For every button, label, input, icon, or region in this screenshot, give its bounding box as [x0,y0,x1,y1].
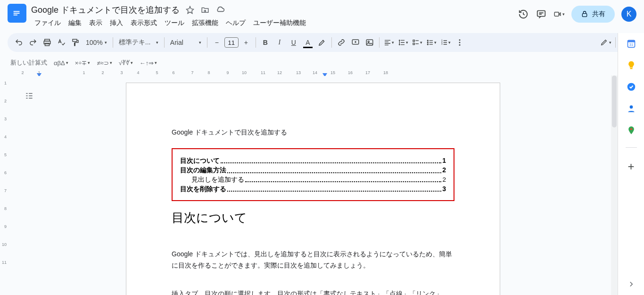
zoom-select[interactable]: 100%▾ [83,39,110,46]
body-paragraph-1: Google ドキュメントでは、見出しを追加すると目次に表示されるようになってい… [172,249,454,271]
star-icon[interactable] [185,5,195,15]
toc-row[interactable]: 目次を削除する3 [180,184,446,194]
svg-point-17 [427,44,428,45]
insert-comment-button[interactable] [349,36,362,49]
font-select[interactable]: Arial▾ [167,39,204,46]
text-color-button[interactable]: A [301,36,314,49]
comments-icon[interactable] [536,8,547,20]
more-options-button[interactable] [453,36,466,49]
svg-rect-3 [537,11,545,17]
toc-label: 目次の編集方法 [180,165,226,175]
document-page[interactable]: Google ドキュメントで目次を追加する 目次について1目次の編集方法2見出し… [126,83,500,295]
page-title-text: Google ドキュメントで目次を追加する [172,128,454,137]
docs-product-icon[interactable] [8,4,26,23]
account-avatar[interactable]: K [621,7,636,22]
svg-rect-4 [554,12,559,17]
tasks-app-icon[interactable] [627,82,636,92]
svg-point-16 [427,42,428,43]
eq-arrows-button[interactable]: ←↑⇒ ▾ [140,59,157,67]
underline-button[interactable]: U [287,36,300,49]
menu-view[interactable]: 表示 [86,17,106,29]
eq-greek-button[interactable]: αβΔ ▾ [54,59,68,67]
svg-rect-13 [413,40,414,42]
meet-icon[interactable]: ▾ [553,8,565,20]
menu-file[interactable]: ファイル [31,17,64,29]
align-button[interactable]: ▾ [382,36,396,49]
menu-insert[interactable]: 挿入 [107,17,126,29]
share-label: 共有 [592,10,605,18]
eq-operators-button[interactable]: ×÷∓ ▾ [75,59,91,67]
checklist-button[interactable]: ▾ [411,36,424,49]
maps-app-icon[interactable] [627,126,636,135]
menu-accessibility[interactable]: ユーザー補助機能 [250,17,309,29]
share-button[interactable]: 共有 [571,6,615,23]
toc-row[interactable]: 見出しを追加する2 [180,175,446,185]
toc-page-num: 2 [442,165,446,175]
contacts-app-icon[interactable] [627,104,636,113]
svg-rect-27 [630,68,632,69]
paint-format-button[interactable] [69,36,82,49]
svg-rect-25 [627,40,635,42]
line-spacing-button[interactable]: ▾ [396,36,410,49]
svg-text:3: 3 [441,43,443,45]
svg-rect-1 [14,13,20,14]
outline-toggle-button[interactable] [23,89,36,102]
redo-button[interactable] [26,36,40,49]
keep-app-icon[interactable] [627,60,636,70]
decrease-font-size-button[interactable]: − [210,36,223,49]
move-folder-icon[interactable] [200,5,210,15]
side-panel-collapse-button[interactable] [627,280,636,288]
menu-tools[interactable]: ツール [161,17,188,29]
toc-row[interactable]: 目次について1 [180,156,446,165]
document-canvas[interactable]: Google ドキュメントで目次を追加する 目次について1目次の編集方法2見出し… [8,76,618,295]
italic-button[interactable]: I [273,36,286,49]
editing-mode-button[interactable]: ▾ [599,36,612,49]
equation-new-label[interactable]: 新しい計算式 [10,59,47,67]
toc-page-num: 1 [442,156,446,165]
cloud-status-icon[interactable] [215,5,225,15]
horizontal-ruler[interactable]: 21123456789101112131415161718 [8,68,618,76]
document-title[interactable]: Google ドキュメントで目次を追加する [31,4,180,16]
bold-button[interactable]: B [259,36,272,49]
calendar-app-icon[interactable]: 31 [627,39,636,48]
toc-page-num: 2 [442,175,446,185]
undo-button[interactable] [12,36,25,49]
svg-point-21 [459,39,460,41]
svg-rect-0 [14,11,20,12]
bulleted-list-button[interactable]: ▾ [425,36,438,49]
insert-link-button[interactable] [335,36,348,49]
eq-relations-button[interactable]: ≠≈⊃ ▾ [97,59,112,67]
numbered-list-button[interactable]: 123▾ [439,36,452,49]
menu-help[interactable]: ヘルプ [223,17,249,29]
toc-row[interactable]: 目次の編集方法2 [180,165,446,175]
toc-label: 目次を削除する [180,184,226,194]
svg-point-22 [459,42,460,43]
highlight-button[interactable] [315,36,329,49]
svg-rect-5 [582,14,586,17]
svg-rect-9 [73,39,77,42]
menu-extensions[interactable]: 拡張機能 [189,17,222,29]
eq-math-button[interactable]: √∛∜ ▾ [119,59,133,67]
menu-edit[interactable]: 編集 [65,17,85,29]
spellcheck-button[interactable] [55,36,68,49]
font-size-input[interactable]: 11 [224,37,239,48]
svg-point-12 [368,41,369,42]
increase-font-size-button[interactable]: + [239,36,253,49]
menubar: ファイル 編集 表示 挿入 表示形式 ツール 拡張機能 ヘルプ ユーザー補助機能 [31,17,518,29]
svg-point-30 [630,128,632,130]
svg-rect-2 [14,15,17,16]
toolbar: 100%▾ 標準テキ...▾ Arial▾ − 11 + B I U A ▾ ▾… [8,33,636,52]
svg-rect-14 [413,43,414,44]
vertical-scrollbar[interactable] [611,76,618,295]
vertical-ruler[interactable]: 1234567891011 [0,76,8,295]
insert-image-button[interactable] [363,36,376,49]
scrollbar-thumb[interactable] [612,76,617,127]
svg-point-23 [459,44,460,46]
side-panel: 31 + [618,33,644,295]
get-addons-button[interactable]: + [627,160,634,173]
table-of-contents-box: 目次について1目次の編集方法2見出しを追加する2目次を削除する3 [172,148,454,201]
menu-format[interactable]: 表示形式 [127,17,160,29]
paragraph-style-select[interactable]: 標準テキ...▾ [116,38,161,47]
history-icon[interactable] [518,8,529,20]
print-button[interactable] [41,36,54,49]
